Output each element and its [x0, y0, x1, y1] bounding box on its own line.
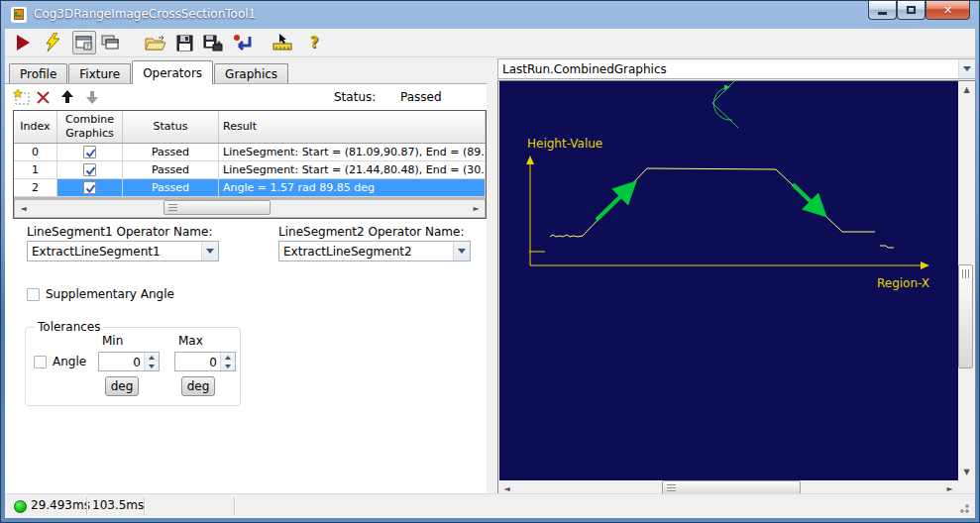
table-row-selected[interactable]: 2 Passed Angle = 1.57 rad 89.85 deg	[14, 179, 486, 197]
app-icon	[11, 7, 27, 23]
measure-icon	[272, 34, 293, 52]
title-bar[interactable]: Cog3DRangeImageCrossSectionTool1 ✕	[1, 1, 979, 29]
table-row[interactable]: 1 Passed LineSegment: Start = (21.44,80.…	[14, 161, 486, 179]
reset-button[interactable]	[231, 31, 255, 54]
operators-page: Status: Passed Index Combine Graphics St…	[5, 83, 487, 494]
move-up-icon	[60, 90, 74, 104]
combine-graphics-checkbox[interactable]	[83, 181, 96, 194]
close-button[interactable]: ✕	[926, 1, 970, 20]
trigger-button[interactable]	[41, 31, 64, 54]
total-time: 103.5ms	[92, 498, 140, 512]
save-as-button[interactable]	[201, 31, 225, 54]
spin-down-icon[interactable]	[145, 362, 159, 370]
tab-graphics[interactable]: Graphics	[214, 63, 288, 84]
window-title: Cog3DRangeImageCrossSectionTool1	[34, 7, 256, 21]
save-button[interactable]	[172, 31, 196, 54]
tab-operators[interactable]: Operators	[132, 60, 213, 84]
ls2-operator-value: ExtractLineSegment2	[279, 245, 453, 259]
open-file-button[interactable]	[144, 31, 167, 54]
combine-graphics-checkbox[interactable]	[83, 163, 96, 176]
graphics-vertical-scrollbar[interactable]: ▲ ▼	[958, 81, 975, 480]
scrollbar-thumb[interactable]	[163, 200, 271, 215]
max-unit-button[interactable]: deg	[181, 376, 215, 396]
svg-text:Region-X: Region-X	[877, 276, 929, 290]
save-icon	[176, 35, 193, 52]
tab-profile[interactable]: Profile	[9, 63, 67, 84]
ls2-operator-label: LineSegment2 Operator Name:	[278, 225, 464, 239]
tab-fixture[interactable]: Fixture	[68, 63, 131, 84]
delete-operator-button[interactable]	[32, 87, 54, 107]
help-icon: ?	[310, 34, 319, 52]
show-result-window-button[interactable]: ?	[72, 31, 96, 54]
graphics-viewport: Height-ValueRegion-X ▲ ▼ ◄ ►	[497, 80, 976, 499]
main-toolbar: ?	[5, 29, 975, 57]
spin-up-icon[interactable]	[145, 353, 159, 362]
cell-status: Passed	[123, 179, 219, 196]
angle-tolerance-label: Angle	[53, 355, 86, 368]
min-unit-button[interactable]: deg	[105, 376, 139, 396]
chevron-down-icon[interactable]	[201, 242, 218, 261]
trigger-icon	[44, 33, 61, 52]
reset-icon	[233, 34, 253, 52]
cell-status: Passed	[123, 161, 219, 178]
tolerances-title: Tolerances	[35, 320, 103, 334]
angle-max-spinner[interactable]: 0	[174, 352, 236, 371]
tolerances-groupbox: Tolerances Min Max Angle 0 0	[25, 327, 241, 406]
svg-text:?: ?	[86, 43, 89, 50]
add-operator-button[interactable]	[10, 87, 32, 107]
angle-min-spinner[interactable]: 0	[98, 352, 160, 371]
table-row[interactable]: 0 Passed LineSegment: Start = (81.09,90.…	[14, 144, 486, 161]
move-up-button[interactable]	[56, 87, 78, 107]
cell-index: 1	[14, 161, 57, 178]
supplementary-angle-checkbox[interactable]	[27, 288, 40, 301]
combine-graphics-checkbox[interactable]	[83, 146, 96, 158]
move-down-icon	[85, 90, 99, 104]
cell-combine	[57, 179, 123, 196]
angle-max-value[interactable]: 0	[175, 353, 220, 370]
scroll-left-icon[interactable]: ◄	[15, 200, 32, 217]
scroll-right-icon[interactable]: ►	[468, 200, 485, 217]
column-header-status[interactable]: Status	[123, 111, 219, 143]
graphics-canvas[interactable]: Height-ValueRegion-X	[499, 81, 958, 480]
cell-status: Passed	[123, 144, 219, 160]
ls1-operator-combo[interactable]: ExtractLineSegment1	[27, 241, 219, 262]
float-window-button[interactable]	[98, 31, 122, 54]
tool-edit-panel: Profile Fixture Operators Graphics	[5, 58, 487, 494]
scroll-down-icon[interactable]: ▼	[958, 464, 975, 480]
ls2-operator-combo[interactable]: ExtractLineSegment2	[278, 241, 471, 262]
maximize-button[interactable]	[897, 1, 926, 20]
check-icon	[84, 164, 97, 177]
ls1-operator-label: LineSegment1 Operator Name:	[27, 225, 212, 239]
supplementary-angle-row: Supplementary Angle	[27, 287, 174, 301]
scroll-up-icon[interactable]: ▲	[958, 81, 975, 98]
scrollbar-thumb[interactable]	[958, 264, 973, 368]
status-value: Passed	[394, 89, 448, 105]
column-header-result[interactable]: Result	[219, 111, 486, 143]
grid-horizontal-scrollbar[interactable]: ◄ ►	[15, 200, 485, 217]
cell-result: LineSegment: Start = (81.09,90.87), End …	[219, 144, 486, 160]
help-button[interactable]: ?	[302, 31, 326, 54]
angle-tolerance-checkbox[interactable]	[34, 356, 47, 368]
angle-min-value[interactable]: 0	[99, 353, 144, 370]
svg-text:Height-Value: Height-Value	[527, 137, 602, 151]
float-window-icon	[101, 35, 119, 51]
run-button[interactable]	[11, 31, 35, 54]
measure-button[interactable]	[271, 31, 294, 54]
cell-index: 0	[14, 144, 57, 160]
graphics-selector-combo[interactable]: LastRun.CombinedGraphics	[497, 58, 976, 79]
chevron-down-icon[interactable]	[958, 59, 975, 78]
spin-up-icon[interactable]	[221, 353, 235, 362]
check-icon	[84, 182, 97, 195]
column-header-combine-graphics[interactable]: Combine Graphics	[57, 111, 123, 143]
close-icon: ✕	[943, 5, 952, 16]
run-icon	[14, 34, 32, 52]
column-header-index[interactable]: Index	[14, 111, 57, 143]
chevron-down-icon[interactable]	[453, 242, 470, 261]
cross-section-plot: Height-ValueRegion-X	[499, 81, 958, 480]
max-label: Max	[178, 334, 203, 348]
resize-grip[interactable]	[957, 501, 969, 513]
minimize-button[interactable]	[868, 1, 897, 20]
spin-down-icon[interactable]	[221, 362, 235, 370]
move-down-button[interactable]	[81, 87, 103, 107]
cell-result: Angle = 1.57 rad 89.85 deg	[219, 179, 486, 196]
